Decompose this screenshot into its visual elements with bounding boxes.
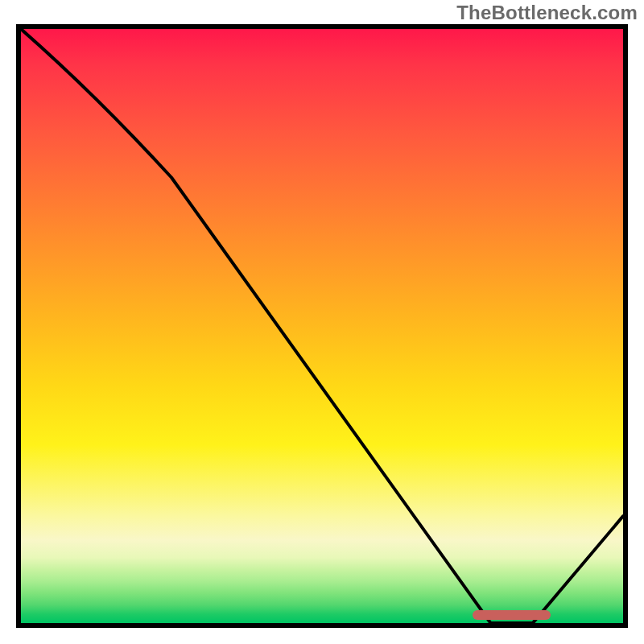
bottleneck-curve-svg xyxy=(21,29,623,623)
optimal-range-marker xyxy=(473,610,551,620)
bottleneck-curve-path xyxy=(21,29,623,623)
chart-frame: TheBottleneck.com xyxy=(0,0,644,644)
plot-area xyxy=(16,24,628,628)
watermark-text: TheBottleneck.com xyxy=(456,2,638,24)
